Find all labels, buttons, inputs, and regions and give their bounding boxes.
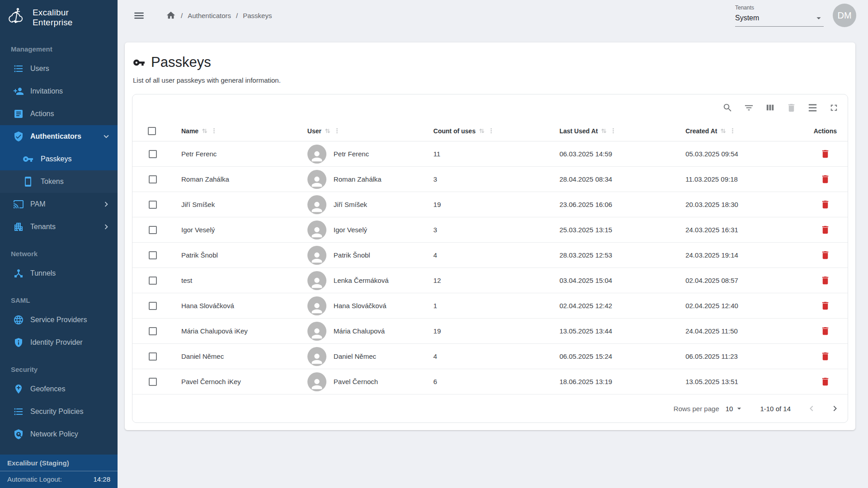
delete-selected-button[interactable] [783,99,800,116]
sidebar-item-label: Identity Provider [30,338,83,347]
user-avatar [307,372,326,391]
delete-row-button[interactable] [820,351,830,361]
sidebar-item-tunnels[interactable]: Tunnels [0,262,118,285]
delete-row-button[interactable] [820,199,830,210]
section-label-saml: SAML [0,285,118,309]
sidebar-item-passkeys[interactable]: Passkeys [0,148,118,170]
row-checkbox[interactable] [149,352,157,361]
cell-user: Lenka Čermáková [334,277,389,284]
delete-icon [820,376,830,387]
delete-row-button[interactable] [820,225,830,235]
passkeys-card: Passkeys List of all user passkeys with … [125,42,855,430]
sidebar-item-tenants[interactable]: Tenants [0,216,118,238]
list-icon [13,406,24,417]
user-avatar [307,195,326,214]
sidebar-item-network-policy[interactable]: Network Policy [0,423,118,446]
sidebar-item-pam[interactable]: PAM [0,193,118,216]
chevron-right-icon [101,222,111,232]
cell-user: Patrik Šnobl [334,251,370,259]
filter-button[interactable] [740,99,757,116]
user-avatar [307,271,326,290]
column-menu-icon[interactable] [729,127,736,134]
user-avatar-menu[interactable]: DM [833,4,856,27]
sidebar-item-label: Actions [30,110,54,118]
table-row[interactable]: Igor Veselý Igor Veselý 3 25.03.2025 13:… [132,217,848,243]
sort-icon[interactable] [201,127,208,134]
prev-page-button[interactable] [806,403,817,414]
table-row[interactable]: Petr Ferenc Petr Ferenc 11 06.03.2025 14… [132,141,848,167]
delete-row-button[interactable] [820,376,830,387]
row-checkbox[interactable] [149,277,157,285]
delete-row-button[interactable] [820,275,830,286]
add-location-icon [13,384,24,394]
sidebar-item-identity-provider[interactable]: Identity Provider [0,331,118,354]
cell-created: 24.03.2025 19:14 [669,251,795,259]
column-menu-icon[interactable] [610,127,617,134]
table-toolbar [132,94,848,121]
breadcrumb-authenticators[interactable]: Authenticators [188,12,231,19]
table-row[interactable]: Pavel Černoch iKey Pavel Černoch 6 18.06… [132,369,848,394]
column-menu-icon[interactable] [488,127,495,134]
delete-row-button[interactable] [820,326,830,336]
sidebar-item-actions[interactable]: Actions [0,103,118,125]
columns-button[interactable] [761,99,778,116]
cell-user: Roman Zahálka [334,175,382,183]
sidebar-item-label: Tenants [30,223,56,231]
sort-icon[interactable] [720,127,726,134]
density-button[interactable] [804,99,821,116]
table-row[interactable]: Jiří Smíšek Jiří Smíšek 19 23.06.2025 16… [132,192,848,217]
delete-row-button[interactable] [820,149,830,159]
sidebar-item-authenticators[interactable]: Authenticators [0,125,118,148]
delete-row-button[interactable] [820,250,830,260]
sidebar-item-label: Tunnels [30,269,56,277]
menu-toggle-button[interactable] [133,9,145,22]
delete-row-button[interactable] [820,174,830,184]
sort-icon[interactable] [478,127,485,134]
row-checkbox[interactable] [149,302,157,310]
auto-logout-timer: 14:28 [93,475,110,483]
table-row[interactable]: Patrik Šnobl Patrik Šnobl 4 28.03.2025 1… [132,243,848,268]
table-row[interactable]: Hana Slováčková Hana Slováčková 1 02.04.… [132,293,848,319]
sidebar-item-tokens[interactable]: Tokens [0,170,118,193]
table-row[interactable]: Daniel Němec Daniel Němec 4 06.05.2025 1… [132,344,848,369]
sidebar-item-label: Passkeys [41,155,71,163]
key-icon [133,56,145,69]
row-checkbox[interactable] [149,150,157,158]
cell-created: 13.05.2025 13:51 [669,378,795,385]
cell-last-used: 06.05.2025 15:24 [543,352,669,360]
sort-icon[interactable] [600,127,607,134]
person-icon [309,275,325,290]
sidebar-item-users[interactable]: Users [0,57,118,80]
cell-user: Mária Chalupová [334,327,385,335]
section-label-management: Management [0,33,118,57]
rows-per-page-select[interactable]: 10 [726,404,744,413]
sidebar-item-geofences[interactable]: Geofences [0,378,118,400]
row-checkbox[interactable] [149,226,157,234]
sort-icon[interactable] [324,127,331,134]
delete-icon [820,300,830,311]
row-checkbox[interactable] [149,251,157,259]
row-checkbox[interactable] [149,327,157,335]
select-all-checkbox[interactable] [148,127,156,135]
user-avatar [307,246,326,265]
person-icon [309,376,325,391]
search-button[interactable] [719,99,736,116]
sidebar-item-security-policies[interactable]: Security Policies [0,400,118,423]
home-icon[interactable] [166,10,176,20]
policy-icon [13,429,24,440]
tenant-select[interactable]: Tenants System [735,5,824,27]
column-menu-icon[interactable] [211,127,217,134]
table-row[interactable]: Mária Chalupová iKey Mária Chalupová 19 … [132,319,848,344]
row-checkbox[interactable] [149,378,157,386]
cell-count: 19 [417,327,543,335]
delete-row-button[interactable] [820,300,830,311]
row-checkbox[interactable] [149,201,157,209]
table-row[interactable]: test Lenka Čermáková 12 03.04.2025 15:04… [132,268,848,293]
sidebar-item-service-providers[interactable]: Service Providers [0,309,118,331]
sidebar-item-invitations[interactable]: Invitations [0,80,118,103]
column-menu-icon[interactable] [334,127,340,134]
next-page-button[interactable] [817,403,840,414]
fullscreen-button[interactable] [825,99,842,116]
table-row[interactable]: Roman Zahálka Roman Zahálka 3 28.04.2025… [132,167,848,192]
row-checkbox[interactable] [149,175,157,183]
